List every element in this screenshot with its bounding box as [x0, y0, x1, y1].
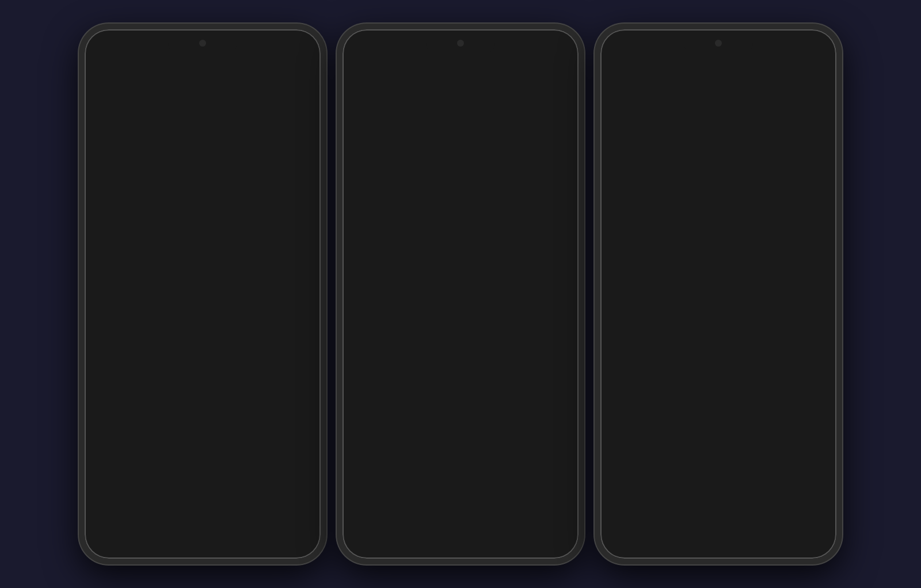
appstore-icon[interactable]	[101, 166, 138, 203]
firefox-icon-2[interactable]: −	[526, 217, 562, 254]
bbcnews-minus[interactable]: −	[466, 315, 477, 325]
safari-dock-icon[interactable]	[106, 499, 143, 536]
weather-icon[interactable]	[268, 268, 305, 304]
machash-minus[interactable]: −	[411, 264, 421, 274]
podcasts-icon-2[interactable]: − 🎙	[431, 110, 468, 147]
things-icon[interactable]: 3	[101, 217, 138, 254]
page-1-check[interactable]: ✓	[634, 211, 649, 226]
messages-icon-2[interactable]: −	[526, 166, 562, 203]
podcasts-wrapper-2: − 🎙 Podcasts	[424, 110, 475, 156]
photos-minus[interactable]: −	[411, 163, 421, 173]
bbcnews-icon[interactable]: BBCNEWS	[212, 318, 249, 355]
pages-container: ✓	[606, 77, 831, 411]
settings-icon-2[interactable]: − ⚙	[486, 110, 523, 147]
arrow-1: ↑	[637, 229, 650, 257]
slack-icon-2[interactable]: −	[470, 217, 507, 254]
whatsapp-badge-2: 1	[443, 215, 454, 225]
music-widget[interactable]: ♫ Music	[268, 59, 314, 105]
phone-dock-icon-2[interactable]: −	[468, 499, 505, 536]
photos-icon[interactable]	[157, 166, 193, 203]
settings-icon[interactable]: ⚙	[229, 110, 265, 147]
page-3-thumbnail[interactable]	[759, 77, 831, 207]
fantastical-icon-2[interactable]: −	[359, 268, 395, 304]
music-minus[interactable]: −	[522, 56, 532, 66]
page-6-thumbnail[interactable]	[759, 259, 831, 390]
safari-dock-icon-2[interactable]: −	[364, 499, 401, 536]
page-4-thumbnail[interactable]	[606, 259, 678, 390]
messages-minus[interactable]: −	[522, 163, 532, 173]
twitter-icon-2[interactable]: −	[470, 268, 507, 304]
gmail-icon-2[interactable]: −	[470, 166, 507, 203]
slack-icon[interactable]	[212, 217, 249, 254]
done-button-phone3[interactable]: Done	[776, 43, 817, 63]
mail-dock-minus[interactable]: −	[413, 496, 423, 506]
health-fitness-widget-2[interactable]: − ❤ 🏃 💧 🔥 Health & Fitness	[424, 59, 521, 105]
firefox-icon[interactable]	[268, 217, 305, 254]
fitness-minus[interactable]: −	[346, 56, 356, 66]
alien-dock-minus[interactable]: −	[517, 496, 527, 506]
fitness-stat-cal-2: 129/440KCAL	[356, 108, 413, 119]
phone-dock-icon[interactable]	[210, 499, 247, 536]
appleframes-label: Apple Frames	[100, 357, 139, 364]
fitness-widget-2[interactable]: − 129/440KCAL 2/30MIN 5/12HRS	[349, 59, 420, 156]
firefox-minus[interactable]: −	[522, 213, 532, 224]
appstore-minus[interactable]: −	[355, 163, 366, 173]
bbcsport-icon[interactable]: BBCSPORT	[157, 318, 193, 355]
bbcsport-minus[interactable]: −	[411, 315, 421, 325]
photos-icon-2[interactable]: −	[414, 166, 451, 203]
twitter-icon[interactable]	[212, 268, 249, 304]
safari-svg	[113, 506, 136, 529]
bottom-checkmark[interactable]: ✓	[711, 396, 726, 411]
slack-minus[interactable]: −	[466, 213, 477, 224]
music-widget-2[interactable]: − ♫ Music	[526, 59, 572, 105]
phone-dock-minus[interactable]: −	[465, 496, 475, 506]
youtube-icon-2[interactable]: −	[526, 318, 562, 355]
podcasts-icon[interactable]: 🎙	[173, 110, 210, 147]
page-2-thumbnail[interactable]	[683, 77, 755, 207]
youtube-minus[interactable]: −	[522, 315, 532, 325]
whatsapp-icon[interactable]: 1	[157, 217, 193, 254]
whatsapp-icon-2[interactable]: − 1	[414, 217, 451, 254]
alien-dock-icon-2[interactable]: −	[520, 499, 557, 536]
twitter-minus[interactable]: −	[466, 264, 477, 274]
appleframes-icon-2[interactable]: −	[359, 318, 395, 355]
bbcnews-icon-2[interactable]: − BBCNEWS	[470, 318, 507, 355]
messages-icon[interactable]	[268, 166, 305, 203]
page-2-check[interactable]: ✓	[711, 211, 726, 226]
weather-icon-2[interactable]: −	[526, 268, 562, 304]
things-minus[interactable]: −	[355, 213, 366, 224]
appleframes-minus[interactable]: −	[355, 315, 366, 325]
things-icon-2[interactable]: − 3	[359, 217, 395, 254]
dot-4	[198, 488, 201, 492]
mail-dock-icon[interactable]: 16	[158, 499, 195, 536]
gmail-icon[interactable]	[212, 166, 249, 203]
machash-icon-2[interactable]: − #	[414, 268, 451, 304]
svg-point-12	[167, 227, 183, 242]
fantastical-minus[interactable]: −	[355, 264, 366, 274]
gmail-minus[interactable]: −	[466, 163, 477, 173]
dot-2-2	[442, 488, 446, 492]
bbcsport-icon-2[interactable]: − BBCSPORT	[414, 318, 451, 355]
page-3-check[interactable]: ✓	[787, 211, 802, 226]
mail-badge-2: 16	[442, 497, 455, 507]
page-1-thumbnail[interactable]	[606, 77, 678, 207]
weather-minus[interactable]: −	[522, 264, 532, 274]
alien-dock-icon[interactable]	[262, 499, 299, 536]
settings-minus[interactable]: −	[483, 106, 493, 117]
machash-icon[interactable]: #	[157, 268, 193, 304]
safari-minus[interactable]: −	[360, 496, 371, 506]
phone-3: 15:00 ▲ ▬ Done Edit Pages	[595, 24, 842, 564]
fitness-widget[interactable]: 129/440KCAL 2/30MIN 5/12HRS	[92, 59, 162, 156]
mail-dock-icon-2[interactable]: − 16	[416, 499, 453, 536]
appleframes-icon[interactable]	[101, 318, 138, 355]
fantastical-icon[interactable]: 14	[101, 268, 138, 304]
youtube-icon[interactable]	[268, 318, 305, 355]
page-5-thumbnail[interactable]	[683, 259, 755, 390]
health-fitness-widget[interactable]: ❤ 🏃 💧 🔥 Health & Fitness	[166, 59, 263, 105]
fitness-label-2: Fitness	[349, 157, 446, 164]
fitness-stat-hrs: 5/12HRS	[98, 129, 155, 139]
health-minus[interactable]: −	[421, 56, 431, 66]
podcasts-minus[interactable]: −	[428, 106, 438, 117]
whatsapp-minus[interactable]: −	[411, 213, 421, 224]
appstore-icon-2[interactable]: −	[359, 166, 395, 203]
